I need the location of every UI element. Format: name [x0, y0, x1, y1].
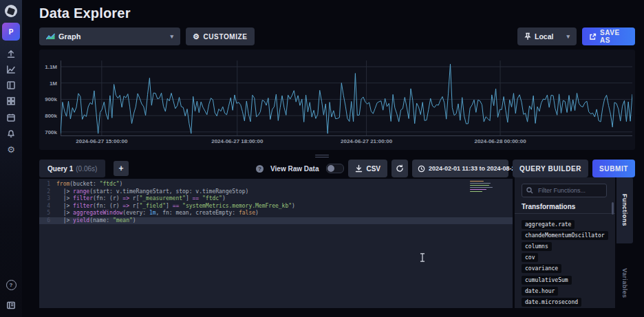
code-line[interactable]: 6 |> yield(name: "mean") — [39, 217, 513, 225]
x-tick-label: 2024-06-28 00:00:00 — [474, 138, 526, 144]
code-token: ] — [186, 195, 193, 203]
query-builder-button[interactable]: QUERY BUILDER — [513, 160, 588, 177]
tab-variables[interactable]: Variables — [616, 259, 633, 308]
y-tick-label: 1M — [50, 80, 57, 87]
code-token: |> — [56, 188, 73, 196]
sidebar-item-dashboards[interactable] — [0, 95, 22, 107]
user-avatar[interactable]: P — [2, 23, 20, 41]
code-token: false — [239, 210, 255, 217]
sidebar-item-alerts[interactable] — [0, 127, 22, 140]
info-icon[interactable]: ? — [256, 165, 264, 173]
tab-functions[interactable]: Functions — [616, 177, 633, 243]
sidebar-item-upload[interactable] — [0, 47, 22, 60]
function-list-item[interactable]: date.millisecond — [522, 308, 608, 309]
add-query-button[interactable]: + — [114, 161, 129, 176]
sidebar: P ⚙ ? — [0, 0, 22, 317]
line-number: 3 — [39, 195, 50, 203]
code-token: |> — [56, 203, 73, 210]
visualization-dropdown[interactable]: Graph ▾ — [39, 28, 180, 45]
editor-minimap[interactable] — [470, 181, 493, 199]
question-icon: ? — [6, 280, 17, 290]
functions-list: aggregate.ratechandeMomentumOscillatorco… — [522, 219, 608, 308]
dashboards-icon — [6, 96, 17, 107]
function-name: cumulativeSum — [522, 276, 572, 285]
text-cursor — [420, 252, 425, 265]
code-token: ) — [222, 195, 226, 203]
submit-button[interactable]: SUBMIT — [592, 160, 635, 177]
time-range-dropdown[interactable]: 2024-02-01 11:33 to 2024-08-2... ▾ — [412, 160, 508, 177]
refresh-button[interactable] — [391, 160, 408, 177]
code-token: (fn: (r) — [93, 203, 122, 210]
sidebar-item-settings[interactable]: ⚙ — [0, 143, 22, 155]
sidebar-item-tasks[interactable] — [0, 111, 22, 124]
download-icon — [355, 164, 363, 173]
code-token: "_field" — [139, 203, 166, 210]
query-tab[interactable]: Query 1 (0.06s) — [39, 160, 105, 177]
code-token: |> — [56, 195, 73, 203]
function-list-item[interactable]: chandeMomentumOscillator — [522, 230, 608, 241]
code-token: , fn: mean, createEmpty: — [156, 210, 239, 217]
filter-functions-search[interactable] — [522, 184, 607, 197]
code-token: 1m — [149, 210, 156, 217]
code-token: range — [73, 188, 89, 196]
functions-scrollbar[interactable] — [612, 202, 614, 215]
code-token: (start: v.timeRangeStart, stop: v.timeRa… — [89, 188, 248, 196]
function-name: aggregate.rate — [522, 220, 575, 229]
panel-resizer-handle[interactable] — [312, 153, 332, 158]
code-line[interactable]: 2 |> range(start: v.timeRangeStart, stop… — [39, 188, 513, 196]
influxdb-logo-icon[interactable] — [5, 5, 17, 17]
view-raw-data-toggle[interactable] — [326, 164, 344, 173]
line-number: 2 — [39, 188, 50, 196]
sidebar-item-notebooks[interactable] — [0, 79, 22, 91]
transformations-header: Transformations — [522, 203, 575, 210]
sidebar-item-help[interactable]: ? — [0, 278, 22, 291]
function-name: columns — [522, 242, 552, 251]
code-line[interactable]: 4 |> filter(fn: (r) => r["_field"] == "s… — [39, 203, 513, 210]
flux-code-editor[interactable]: 1from(bucket: "ftdc")2 |> range(start: v… — [39, 179, 513, 308]
sidebar-item-news[interactable] — [0, 299, 22, 311]
save-as-button-label: SAVE AS — [600, 29, 628, 44]
gear-icon: ⚙ — [193, 32, 200, 41]
y-tick-label: 1.1M — [45, 64, 57, 70]
function-list-item[interactable]: covariance — [522, 263, 608, 274]
data-explorer-page: P ⚙ ? Data Explorer Grap — [0, 0, 644, 317]
timeseries-chart[interactable] — [61, 61, 632, 136]
csv-download-button[interactable]: CSV — [348, 160, 387, 177]
customize-button[interactable]: ⚙ CUSTOMIZE — [186, 28, 255, 45]
notebook-icon — [6, 80, 17, 91]
code-token: from — [56, 181, 69, 188]
code-token: filter — [73, 195, 93, 203]
line-number: 5 — [39, 210, 50, 217]
search-icon — [526, 187, 533, 194]
query-tab-label: Query 1 — [47, 165, 73, 173]
pin-icon — [524, 32, 531, 41]
local-dropdown-label: Local — [535, 32, 553, 41]
code-token: (bucket: — [69, 181, 99, 188]
clock-icon — [418, 165, 425, 173]
code-line[interactable]: 1from(bucket: "ftdc") — [39, 181, 513, 188]
code-token: ) — [255, 210, 259, 217]
function-list-item[interactable]: date.hour — [522, 285, 608, 296]
refresh-icon — [396, 164, 404, 173]
functions-panel: Transformations aggregate.ratechandeMome… — [515, 177, 615, 308]
local-dropdown[interactable]: Local ▾ — [517, 28, 577, 45]
code-line[interactable]: 5 |> aggregateWindow(every: 1m, fn: mean… — [39, 210, 513, 217]
function-name: date.microsecond — [522, 298, 581, 307]
function-list-item[interactable]: columns — [522, 241, 608, 252]
query-controls: ? View Raw Data CSV 2024-02-01 11:33 to … — [256, 160, 635, 177]
code-token: |> — [56, 217, 73, 225]
function-list-item[interactable]: cumulativeSum — [522, 274, 608, 285]
y-tick-label: 700k — [45, 129, 57, 135]
code-token: ) — [120, 181, 123, 188]
code-token: yield — [73, 217, 89, 225]
code-line[interactable]: 3 |> filter(fn: (r) => r["_measurement"]… — [39, 195, 513, 203]
save-as-button[interactable]: SAVE AS — [582, 28, 635, 45]
function-list-item[interactable]: cov — [522, 252, 608, 263]
code-token: filter — [73, 203, 93, 210]
chevron-down-icon: ▾ — [170, 33, 173, 40]
function-list-item[interactable]: aggregate.rate — [522, 219, 608, 230]
search-input[interactable] — [537, 186, 601, 195]
x-tick-label: 2024-06-27 18:00:00 — [211, 138, 263, 144]
sidebar-item-data-explorer[interactable] — [0, 63, 22, 76]
function-list-item[interactable]: date.microsecond — [522, 296, 608, 307]
